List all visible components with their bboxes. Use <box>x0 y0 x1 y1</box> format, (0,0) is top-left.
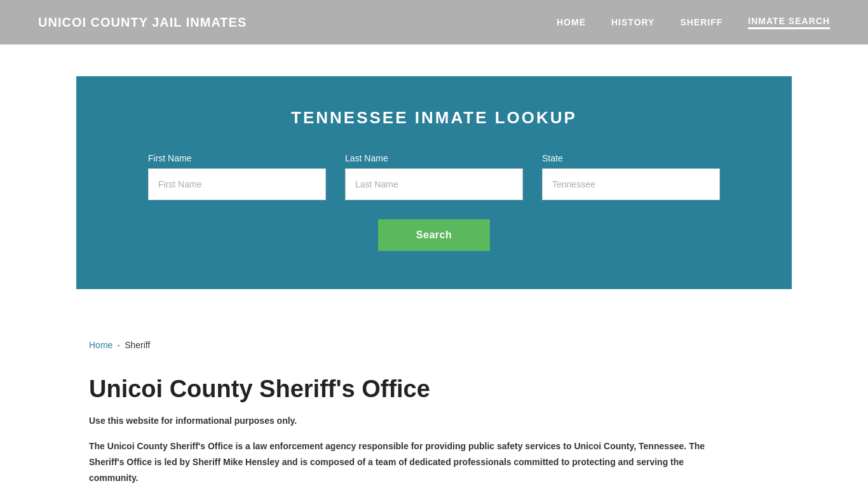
last-name-label: Last Name <box>345 153 523 163</box>
search-fields: First Name Last Name State <box>114 153 754 200</box>
search-banner: TENNESSEE INMATE LOOKUP First Name Last … <box>76 76 792 289</box>
nav-home[interactable]: HOME <box>557 17 586 27</box>
first-name-label: First Name <box>148 153 326 163</box>
state-input[interactable] <box>542 168 720 200</box>
banner-title: TENNESSEE INMATE LOOKUP <box>114 108 754 128</box>
state-label: State <box>542 153 720 163</box>
breadcrumb-current: Sheriff <box>125 340 150 350</box>
breadcrumb: Home • Sheriff <box>89 340 779 350</box>
first-name-input[interactable] <box>148 168 326 200</box>
content-description: The Unicoi County Sheriff's Office is a … <box>89 438 724 487</box>
nav-history[interactable]: HISTORY <box>611 17 654 27</box>
nav-inmate-search[interactable]: INMATE SEARCH <box>748 16 830 29</box>
last-name-input[interactable] <box>345 168 523 200</box>
header: UNICOI COUNTY JAIL INMATES HOME HISTORY … <box>0 0 868 44</box>
breadcrumb-separator: • <box>118 342 119 348</box>
search-button-container: Search <box>114 219 754 251</box>
first-name-field-group: First Name <box>148 153 326 200</box>
state-field-group: State <box>542 153 720 200</box>
main-nav: HOME HISTORY SHERIFF INMATE SEARCH <box>557 16 830 29</box>
last-name-field-group: Last Name <box>345 153 523 200</box>
main-content: Home • Sheriff Unicoi County Sheriff's O… <box>0 321 868 488</box>
info-note: Use this website for informational purpo… <box>89 416 779 426</box>
page-heading: Unicoi County Sheriff's Office <box>89 376 779 403</box>
breadcrumb-home[interactable]: Home <box>89 340 112 350</box>
nav-sheriff[interactable]: SHERIFF <box>680 17 722 27</box>
search-button[interactable]: Search <box>378 219 490 251</box>
site-title: UNICOI COUNTY JAIL INMATES <box>38 15 247 30</box>
